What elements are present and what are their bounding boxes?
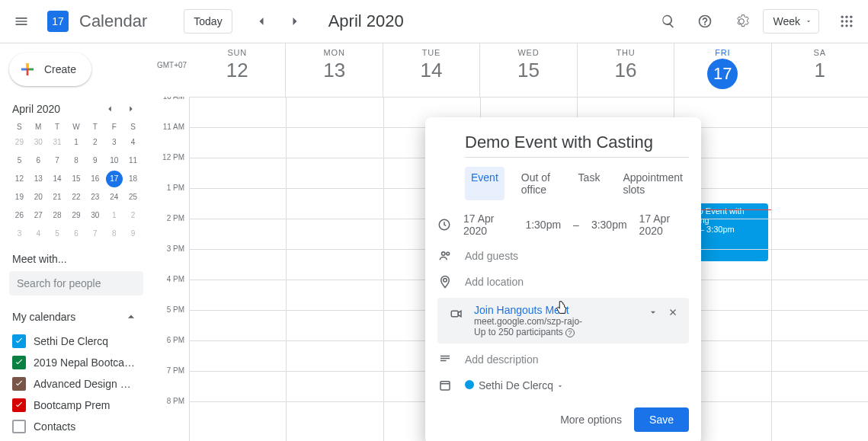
- chevron-down-icon[interactable]: [648, 307, 658, 320]
- menu-icon[interactable]: [6, 6, 37, 37]
- location-row[interactable]: Add location: [425, 269, 701, 295]
- mini-day[interactable]: 28: [49, 207, 66, 224]
- help-icon[interactable]: [690, 6, 720, 37]
- day-header[interactable]: SUN12: [189, 43, 285, 97]
- mini-day[interactable]: 21: [49, 189, 66, 206]
- more-options-button[interactable]: More options: [560, 414, 622, 426]
- mini-day[interactable]: 16: [87, 171, 104, 187]
- checkbox[interactable]: [12, 356, 26, 369]
- mini-day[interactable]: 8: [106, 225, 123, 242]
- mini-day[interactable]: 2: [87, 134, 104, 151]
- calendar-owner: Sethi De Clercq: [479, 379, 553, 391]
- mini-day[interactable]: 20: [30, 189, 46, 206]
- mini-day[interactable]: 29: [11, 134, 27, 151]
- mini-day[interactable]: 25: [125, 189, 142, 206]
- calendar-item[interactable]: Copy of Demo Google Site...: [9, 437, 143, 441]
- mini-day[interactable]: 26: [11, 207, 27, 224]
- svg-point-5: [850, 20, 852, 22]
- mini-prev-month[interactable]: [101, 100, 119, 118]
- remove-meet-icon[interactable]: [668, 307, 678, 320]
- end-date[interactable]: 17 Apr 2020: [639, 213, 689, 237]
- collapse-icon[interactable]: [122, 308, 140, 326]
- mini-day[interactable]: 7: [49, 152, 66, 169]
- view-selector[interactable]: Week: [763, 9, 819, 34]
- create-button[interactable]: Create: [9, 53, 91, 86]
- checkbox[interactable]: [12, 334, 26, 348]
- mini-day[interactable]: 7: [87, 225, 104, 242]
- calendar-item[interactable]: Advanced Design Work in ...: [9, 373, 143, 395]
- mini-day[interactable]: 27: [30, 207, 46, 224]
- checkbox[interactable]: [12, 398, 26, 412]
- tab-appointment-slots[interactable]: Appointment slots: [617, 167, 689, 200]
- calendar-item[interactable]: Sethi De Clercq: [9, 331, 143, 352]
- tab-event[interactable]: Event: [465, 167, 504, 200]
- mini-day[interactable]: 4: [125, 134, 142, 151]
- day-header[interactable]: FRI17: [674, 43, 770, 97]
- mini-next-month[interactable]: [122, 100, 140, 118]
- mini-day[interactable]: 4: [30, 225, 46, 242]
- settings-icon[interactable]: [726, 6, 757, 37]
- tab-task[interactable]: Task: [572, 167, 607, 200]
- calendar-item[interactable]: Contacts: [9, 416, 143, 437]
- start-time[interactable]: 1:30pm: [525, 219, 561, 231]
- hangouts-meet-box[interactable]: Join Hangouts Meet meet.google.com/szp-r…: [437, 298, 689, 344]
- mini-day[interactable]: 19: [11, 189, 27, 206]
- mini-day[interactable]: 5: [49, 225, 66, 242]
- mini-day[interactable]: 30: [87, 207, 104, 224]
- mini-day[interactable]: 29: [68, 207, 85, 224]
- mini-day[interactable]: 30: [30, 134, 46, 151]
- mini-day[interactable]: 2: [125, 207, 142, 224]
- mini-day[interactable]: 9: [87, 152, 104, 169]
- search-icon[interactable]: [653, 6, 684, 37]
- day-column[interactable]: [286, 97, 383, 441]
- mini-day[interactable]: 22: [68, 189, 85, 206]
- day-header[interactable]: MON13: [285, 43, 382, 97]
- apps-icon[interactable]: [831, 6, 862, 37]
- day-column[interactable]: [771, 97, 868, 441]
- search-people-input[interactable]: Search for people: [9, 271, 143, 296]
- mini-day[interactable]: 24: [106, 189, 123, 206]
- guests-row[interactable]: Add guests: [425, 243, 701, 269]
- day-header[interactable]: TUE14: [383, 43, 479, 97]
- svg-point-0: [841, 16, 844, 18]
- mini-day[interactable]: 13: [30, 171, 46, 187]
- mini-day[interactable]: 8: [68, 152, 85, 169]
- mini-day[interactable]: 6: [68, 225, 85, 242]
- mini-day[interactable]: 18: [125, 171, 142, 187]
- today-button[interactable]: Today: [184, 9, 232, 34]
- day-column[interactable]: [189, 97, 286, 441]
- calendar-item[interactable]: 2019 Nepal Bootcamp Lvl ...: [9, 352, 143, 373]
- prev-week-button[interactable]: [246, 6, 277, 37]
- meet-link-title[interactable]: Join Hangouts Meet: [474, 304, 661, 316]
- checkbox[interactable]: [12, 377, 26, 391]
- mini-day[interactable]: 23: [87, 189, 104, 206]
- calendar-item[interactable]: Bootcamp Prem: [9, 395, 143, 416]
- checkbox[interactable]: [12, 420, 26, 433]
- day-header[interactable]: SA1: [771, 43, 868, 97]
- mini-day[interactable]: 31: [49, 134, 66, 151]
- mini-day[interactable]: 15: [68, 171, 85, 187]
- mini-day[interactable]: 1: [106, 207, 123, 224]
- mini-day[interactable]: 5: [11, 152, 27, 169]
- time-row[interactable]: 17 Apr 2020 1:30pm – 3:30pm 17 Apr 2020: [425, 206, 701, 243]
- mini-day[interactable]: 14: [49, 171, 66, 187]
- start-date[interactable]: 17 Apr 2020: [463, 213, 513, 237]
- mini-day[interactable]: 12: [11, 171, 27, 187]
- mini-day[interactable]: 3: [11, 225, 27, 242]
- mini-day[interactable]: 11: [125, 152, 142, 169]
- day-header[interactable]: WED15: [479, 43, 576, 97]
- mini-day[interactable]: 17: [106, 171, 123, 187]
- mini-day[interactable]: 6: [30, 152, 46, 169]
- mini-day[interactable]: 10: [106, 152, 123, 169]
- calendar-row[interactable]: Sethi De Clercq: [425, 372, 701, 398]
- end-time[interactable]: 3:30pm: [591, 219, 627, 231]
- mini-day[interactable]: 9: [125, 225, 142, 242]
- next-week-button[interactable]: [280, 6, 310, 37]
- day-header[interactable]: THU16: [577, 43, 674, 97]
- event-title-input[interactable]: [465, 129, 689, 158]
- tab-out-of-office[interactable]: Out of office: [515, 167, 562, 200]
- description-row[interactable]: Add description: [425, 347, 701, 372]
- mini-day[interactable]: 1: [68, 134, 85, 151]
- mini-day[interactable]: 3: [106, 134, 123, 151]
- save-button[interactable]: Save: [634, 407, 689, 432]
